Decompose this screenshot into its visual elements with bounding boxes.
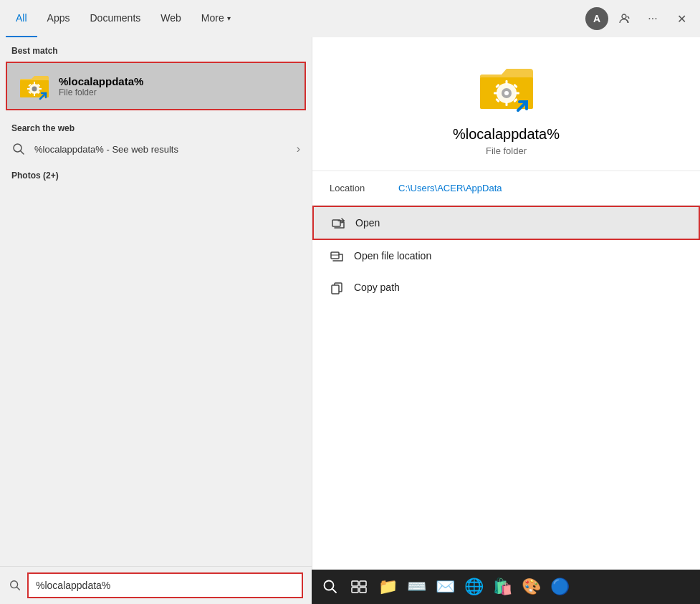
action-open[interactable]: Open xyxy=(312,206,700,240)
taskbar: 📁 ⌨️ ✉️ 🌐 🛍️ xyxy=(312,570,700,604)
svg-rect-6 xyxy=(34,93,35,96)
nav-controls: A ··· ✕ xyxy=(585,0,694,37)
left-spacer xyxy=(0,186,312,566)
more-options-btn[interactable]: ··· xyxy=(640,6,666,32)
taskbar-figma-icon[interactable]: 🎨 xyxy=(518,574,544,600)
action-copy-path[interactable]: Copy path xyxy=(312,272,700,303)
tab-web[interactable]: Web xyxy=(150,0,191,37)
action-open-file-location[interactable]: Open file location xyxy=(312,240,700,272)
location-value[interactable]: C:\Users\ACER\AppData xyxy=(398,183,502,193)
web-search-section: Search the web %localappdata% - See web … xyxy=(0,110,312,165)
svg-rect-22 xyxy=(505,80,507,85)
best-match-label: Best match xyxy=(0,37,312,62)
location-label: Location xyxy=(330,183,387,193)
avatar[interactable]: A xyxy=(585,7,608,30)
tab-all[interactable]: All xyxy=(6,0,37,37)
open-label: Open xyxy=(355,217,380,229)
web-search-text: %localappdata% - See web results xyxy=(34,144,178,155)
detail-name: %localappdata% xyxy=(453,126,560,143)
people-icon-btn[interactable] xyxy=(611,6,637,32)
best-match-item[interactable]: %localappdata% File folder xyxy=(6,62,306,110)
photos-label: Photos (2+) xyxy=(11,171,300,181)
detail-folder-icon xyxy=(478,59,535,116)
svg-rect-24 xyxy=(494,92,498,95)
copy-path-label: Copy path xyxy=(354,282,400,293)
chevron-down-icon: ▾ xyxy=(227,14,231,22)
svg-rect-37 xyxy=(360,581,366,586)
svg-rect-36 xyxy=(352,581,358,586)
open-file-location-icon xyxy=(330,249,344,263)
taskbar-task-view-icon[interactable] xyxy=(346,574,372,600)
svg-rect-8 xyxy=(39,88,42,90)
web-search-item[interactable]: %localappdata% - See web results › xyxy=(11,136,300,162)
svg-point-4 xyxy=(32,87,37,92)
taskbar-explorer-icon[interactable]: 📁 xyxy=(375,574,401,600)
open-icon xyxy=(331,216,345,230)
best-match-type: File folder xyxy=(59,87,143,97)
best-match-name: %localappdata% xyxy=(59,75,143,87)
taskbar-store-icon[interactable]: 🛍️ xyxy=(489,574,515,600)
taskbar-chrome-icon[interactable]: 🔵 xyxy=(547,574,572,600)
folder-icon xyxy=(19,70,50,102)
search-icon xyxy=(11,142,26,156)
detail-info: Location C:\Users\ACER\AppData xyxy=(312,171,700,206)
svg-rect-33 xyxy=(332,285,339,294)
web-search-label: Search the web xyxy=(11,116,300,136)
detail-header: %localappdata% File folder xyxy=(312,37,700,171)
search-bar-container xyxy=(0,566,312,604)
taskbar-edge-icon[interactable]: 🌐 xyxy=(461,574,486,600)
tab-more[interactable]: More ▾ xyxy=(191,0,241,37)
right-panel: %localappdata% File folder Location C:\U… xyxy=(312,37,700,604)
search-input[interactable] xyxy=(27,572,303,598)
svg-rect-5 xyxy=(34,82,35,85)
right-spacer xyxy=(312,303,700,604)
top-nav: All Apps Documents Web More ▾ A xyxy=(0,0,700,37)
svg-rect-25 xyxy=(515,92,519,95)
search-window: All Apps Documents Web More ▾ A xyxy=(0,0,700,604)
copy-path-icon xyxy=(330,280,344,294)
chevron-right-icon: › xyxy=(297,143,300,155)
svg-rect-39 xyxy=(360,588,366,593)
svg-point-21 xyxy=(504,91,509,95)
action-list: Open Open file location xyxy=(312,206,700,303)
photos-section: Photos (2+) xyxy=(0,165,312,186)
close-button[interactable]: ✕ xyxy=(668,6,694,32)
content-area: Best match xyxy=(0,37,700,604)
svg-rect-38 xyxy=(352,588,358,593)
tab-apps[interactable]: Apps xyxy=(37,0,80,37)
svg-point-0 xyxy=(622,14,626,19)
taskbar-search-icon[interactable] xyxy=(317,574,343,600)
svg-line-35 xyxy=(332,589,337,593)
svg-rect-23 xyxy=(505,102,507,106)
taskbar-mail-icon[interactable]: ✉️ xyxy=(432,574,458,600)
detail-type: File folder xyxy=(486,145,527,156)
search-bar-icon xyxy=(9,579,21,592)
svg-rect-7 xyxy=(27,88,30,90)
left-panel: Best match xyxy=(0,37,312,604)
svg-line-14 xyxy=(21,151,24,155)
tab-documents[interactable]: Documents xyxy=(80,0,150,37)
taskbar-keyboard-icon[interactable]: ⌨️ xyxy=(403,574,429,600)
open-file-location-label: Open file location xyxy=(354,250,431,262)
svg-line-16 xyxy=(16,587,19,590)
